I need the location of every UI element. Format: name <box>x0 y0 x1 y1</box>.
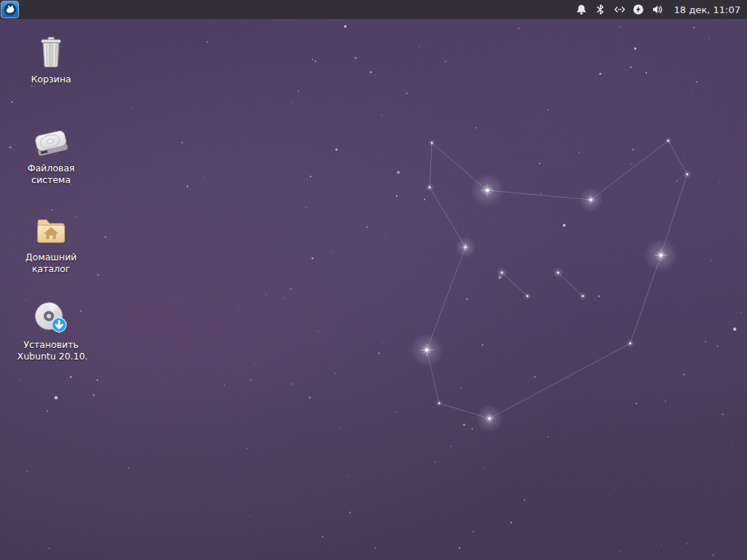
top-panel: 18 дек, 11:07 <box>0 0 747 19</box>
desktop-surface[interactable]: Корзина Файловая система <box>0 19 747 560</box>
applications-menu-button[interactable] <box>1 1 19 18</box>
desktop-icon-filesystem[interactable]: Файловая система <box>15 124 88 186</box>
xubuntu-logo-icon <box>3 2 18 17</box>
desktop-icon-trash[interactable]: Корзина <box>15 35 88 85</box>
network-icon[interactable] <box>614 4 626 16</box>
desktop-icon-home[interactable]: Домашний каталог <box>15 213 88 275</box>
desktop-icon-label: Файловая система <box>15 163 88 186</box>
system-tray: 18 дек, 11:07 <box>576 0 747 19</box>
volume-icon[interactable] <box>651 4 664 16</box>
power-manager-icon[interactable] <box>632 4 645 16</box>
bluetooth-icon[interactable] <box>595 4 607 16</box>
home-folder-icon <box>34 213 69 248</box>
clock[interactable]: 18 дек, 11:07 <box>674 4 742 15</box>
notifications-bell-icon[interactable] <box>576 4 588 16</box>
desktop-icon-label: Корзина <box>31 74 71 85</box>
desktop-icon-label: Домашний каталог <box>15 252 88 275</box>
harddrive-icon <box>34 124 69 159</box>
desktop-icon-label: Установить Xubuntu 20.10 <box>15 339 88 362</box>
install-cd-icon <box>34 300 69 335</box>
trash-icon <box>34 35 69 70</box>
screen: Корзина Файловая система <box>0 0 747 560</box>
desktop-icon-installer[interactable]: Установить Xubuntu 20.10 <box>15 300 88 362</box>
